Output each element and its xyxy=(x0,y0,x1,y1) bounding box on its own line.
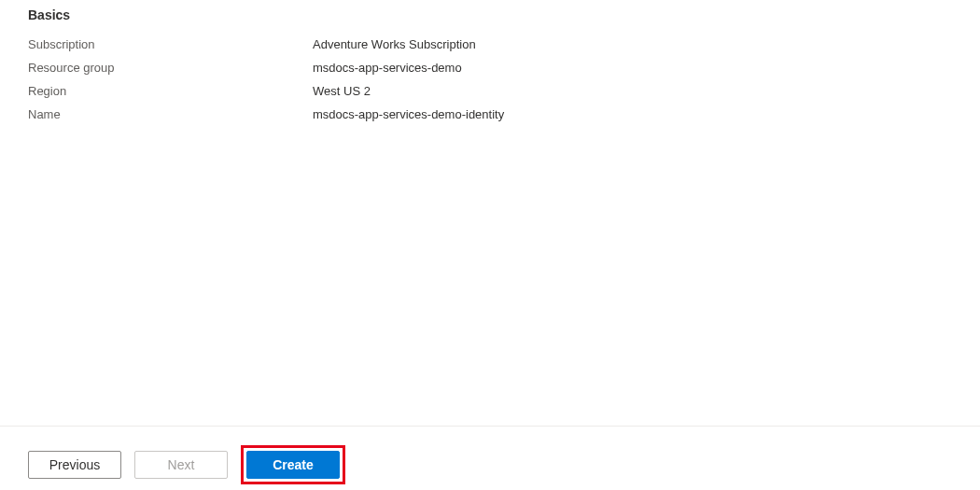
summary-row: Name msdocs-app-services-demo-identity xyxy=(28,107,980,121)
wizard-footer: Previous Next Create xyxy=(0,426,980,490)
name-value: msdocs-app-services-demo-identity xyxy=(313,107,504,121)
resource-group-label: Resource group xyxy=(28,61,313,75)
next-button: Next xyxy=(134,451,228,479)
subscription-value: Adventure Works Subscription xyxy=(313,37,476,51)
region-label: Region xyxy=(28,84,313,98)
subscription-label: Subscription xyxy=(28,37,313,51)
section-heading: Basics xyxy=(28,7,980,22)
create-button[interactable]: Create xyxy=(246,451,340,479)
summary-row: Region West US 2 xyxy=(28,84,980,98)
resource-group-value: msdocs-app-services-demo xyxy=(313,61,462,75)
previous-button[interactable]: Previous xyxy=(28,451,121,479)
summary-row: Resource group msdocs-app-services-demo xyxy=(28,61,980,75)
region-value: West US 2 xyxy=(313,84,371,98)
review-section: Basics Subscription Adventure Works Subs… xyxy=(0,0,980,121)
name-label: Name xyxy=(28,107,313,121)
summary-row: Subscription Adventure Works Subscriptio… xyxy=(28,37,980,51)
highlight-annotation: Create xyxy=(241,445,345,484)
